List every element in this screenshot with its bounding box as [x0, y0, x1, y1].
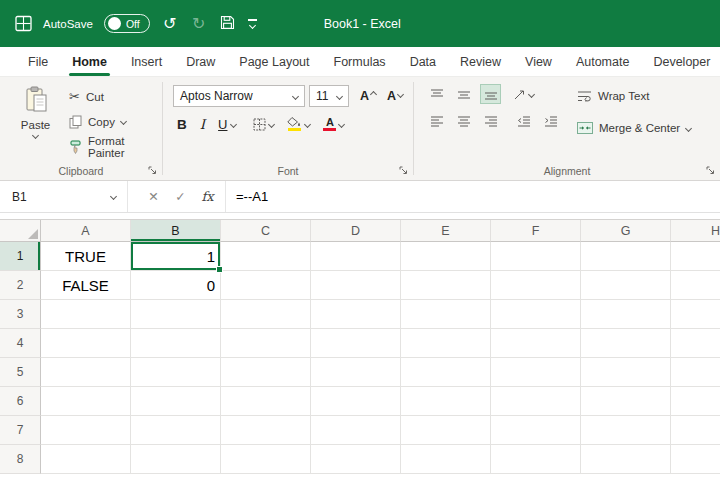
cell-F4[interactable]	[491, 329, 581, 358]
cell-F1[interactable]	[491, 242, 581, 271]
cell-B8[interactable]	[131, 445, 221, 474]
tab-file[interactable]: File	[16, 47, 60, 76]
merge-center-button[interactable]: Merge & Center	[577, 116, 691, 140]
cell-D8[interactable]	[311, 445, 401, 474]
fill-color-button[interactable]	[287, 117, 310, 131]
cell-F3[interactable]	[491, 300, 581, 329]
cell-D4[interactable]	[311, 329, 401, 358]
align-left-button[interactable]	[426, 111, 447, 131]
tab-developer[interactable]: Developer	[641, 47, 720, 76]
cell-C7[interactable]	[221, 416, 311, 445]
cell-E4[interactable]	[401, 329, 491, 358]
bold-button[interactable]: B	[177, 117, 187, 132]
cell-G6[interactable]	[581, 387, 671, 416]
cell-G2[interactable]	[581, 271, 671, 300]
row-header-4[interactable]: 4	[0, 329, 41, 358]
column-header-D[interactable]: D	[311, 220, 401, 242]
cell-A8[interactable]	[41, 445, 131, 474]
cell-A2[interactable]: FALSE	[41, 271, 131, 300]
cell-F5[interactable]	[491, 358, 581, 387]
column-header-C[interactable]: C	[221, 220, 311, 242]
cell-B2[interactable]: 0	[131, 271, 221, 300]
paste-button[interactable]: Paste	[14, 84, 57, 159]
cell-A4[interactable]	[41, 329, 131, 358]
middle-align-button[interactable]	[453, 84, 474, 104]
cell-C1[interactable]	[221, 242, 311, 271]
cell-H6[interactable]	[671, 387, 720, 416]
cell-E8[interactable]	[401, 445, 491, 474]
cell-C8[interactable]	[221, 445, 311, 474]
cell-A7[interactable]	[41, 416, 131, 445]
customize-quick-access-icon[interactable]	[248, 19, 257, 28]
enter-icon[interactable]: ✓	[167, 189, 194, 204]
cell-F2[interactable]	[491, 271, 581, 300]
tab-data[interactable]: Data	[398, 47, 448, 76]
cell-H8[interactable]	[671, 445, 720, 474]
tab-page-layout[interactable]: Page Layout	[227, 47, 321, 76]
column-header-G[interactable]: G	[581, 220, 671, 242]
tab-review[interactable]: Review	[448, 47, 513, 76]
cell-C5[interactable]	[221, 358, 311, 387]
cell-B4[interactable]	[131, 329, 221, 358]
orientation-button[interactable]	[513, 88, 534, 101]
cell-G3[interactable]	[581, 300, 671, 329]
column-header-H[interactable]: H	[671, 220, 720, 242]
format-painter-button[interactable]: Format Painter	[69, 134, 158, 159]
cell-G1[interactable]	[581, 242, 671, 271]
tab-draw[interactable]: Draw	[174, 47, 227, 76]
tab-view[interactable]: View	[513, 47, 564, 76]
cell-D3[interactable]	[311, 300, 401, 329]
cell-G8[interactable]	[581, 445, 671, 474]
cell-A5[interactable]	[41, 358, 131, 387]
row-header-8[interactable]: 8	[0, 445, 41, 474]
cell-B7[interactable]	[131, 416, 221, 445]
cell-C6[interactable]	[221, 387, 311, 416]
tab-home[interactable]: Home	[60, 47, 119, 76]
top-align-button[interactable]	[426, 84, 447, 104]
cell-D5[interactable]	[311, 358, 401, 387]
row-header-7[interactable]: 7	[0, 416, 41, 445]
cell-D2[interactable]	[311, 271, 401, 300]
cell-D6[interactable]	[311, 387, 401, 416]
cell-H7[interactable]	[671, 416, 720, 445]
bottom-align-button[interactable]	[480, 84, 501, 104]
cell-E6[interactable]	[401, 387, 491, 416]
tab-formulas[interactable]: Formulas	[322, 47, 398, 76]
column-header-E[interactable]: E	[401, 220, 491, 242]
cut-button[interactable]: ✂ Cut	[69, 84, 158, 109]
cell-H4[interactable]	[671, 329, 720, 358]
cell-E2[interactable]	[401, 271, 491, 300]
underline-button[interactable]: U	[218, 117, 236, 132]
cell-C4[interactable]	[221, 329, 311, 358]
tab-automate[interactable]: Automate	[564, 47, 642, 76]
font-dialog-launcher-icon[interactable]	[399, 166, 408, 175]
cell-C2[interactable]	[221, 271, 311, 300]
font-size-combo[interactable]: 11	[309, 85, 349, 107]
cell-C3[interactable]	[221, 300, 311, 329]
cell-F6[interactable]	[491, 387, 581, 416]
excel-logo-icon[interactable]	[14, 15, 32, 33]
cell-H5[interactable]	[671, 358, 720, 387]
decrease-font-size-button[interactable]: A	[387, 89, 403, 103]
font-name-combo[interactable]: Aptos Narrow	[173, 85, 305, 107]
formula-input[interactable]: =--A1	[226, 181, 268, 212]
decrease-indent-button[interactable]	[513, 111, 534, 131]
cell-F8[interactable]	[491, 445, 581, 474]
increase-font-size-button[interactable]: A	[360, 89, 376, 103]
clipboard-dialog-launcher-icon[interactable]	[148, 166, 157, 175]
align-right-button[interactable]	[480, 111, 501, 131]
column-header-B[interactable]: B	[131, 220, 221, 242]
cell-E7[interactable]	[401, 416, 491, 445]
cell-A3[interactable]	[41, 300, 131, 329]
cell-F7[interactable]	[491, 416, 581, 445]
redo-icon[interactable]: ↻	[190, 16, 208, 32]
row-header-6[interactable]: 6	[0, 387, 41, 416]
italic-button[interactable]: I	[200, 116, 205, 132]
increase-indent-button[interactable]	[540, 111, 561, 131]
cancel-icon[interactable]: ✕	[140, 189, 167, 204]
cell-B1[interactable]: 1	[131, 242, 221, 271]
align-center-button[interactable]	[453, 111, 474, 131]
font-color-button[interactable]: A	[323, 117, 344, 131]
undo-icon[interactable]: ↺	[161, 16, 179, 32]
copy-button[interactable]: Copy	[69, 109, 158, 134]
